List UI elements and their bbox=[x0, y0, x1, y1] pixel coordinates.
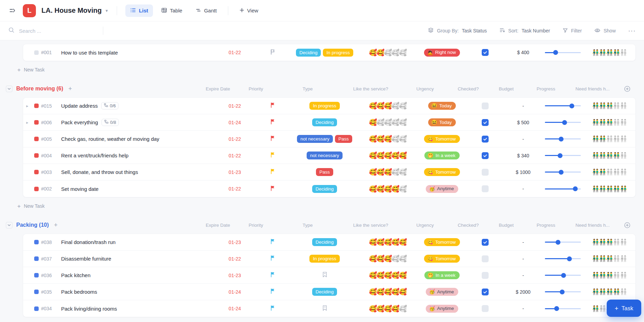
task-title[interactable]: Pack kitchen bbox=[61, 272, 216, 278]
task-title[interactable]: How to use this template bbox=[61, 50, 216, 56]
expire-date[interactable]: 01-22 bbox=[216, 256, 254, 262]
friends-rating[interactable]: 👬👬👬👬👬 bbox=[584, 169, 635, 175]
checkbox[interactable] bbox=[482, 272, 489, 279]
slider-knob[interactable] bbox=[567, 256, 572, 261]
priority-cell[interactable] bbox=[254, 272, 292, 279]
progress-slider[interactable] bbox=[545, 50, 581, 55]
checkbox[interactable] bbox=[482, 289, 489, 295]
type-badge[interactable]: Deciding bbox=[312, 288, 337, 296]
group-add-icon[interactable]: + bbox=[68, 86, 72, 92]
tab-list[interactable]: List bbox=[125, 4, 153, 17]
expire-date[interactable]: 01-24 bbox=[216, 289, 254, 295]
priority-cell[interactable] bbox=[254, 255, 292, 262]
type-cell[interactable]: DecidingIn progress bbox=[292, 49, 357, 57]
urgency-badge[interactable]: 🥳Anytime bbox=[426, 305, 458, 313]
checked-cell[interactable] bbox=[466, 169, 504, 176]
type-badge[interactable]: In progress bbox=[309, 102, 340, 110]
task-row[interactable]: #004Rent a vent/truck/friends help01-22n… bbox=[23, 147, 635, 164]
type-badge[interactable]: Pass bbox=[316, 168, 333, 176]
progress-cell[interactable] bbox=[542, 256, 584, 261]
friends-rating[interactable]: 👬👬👬👬👬 bbox=[584, 153, 635, 158]
sidebar-expand-icon[interactable] bbox=[6, 5, 18, 17]
checked-cell[interactable] bbox=[466, 49, 504, 56]
priority-cell[interactable] bbox=[254, 49, 292, 56]
budget-value[interactable]: - bbox=[504, 306, 542, 311]
friends-rating[interactable]: 👬👬👬👬👬 bbox=[584, 256, 635, 262]
checkbox[interactable] bbox=[482, 185, 489, 192]
urgency-badge[interactable]: 🥳Anytime bbox=[426, 288, 458, 296]
slider-knob[interactable] bbox=[554, 306, 559, 311]
urgency-badge[interactable]: 😋Tomorrow bbox=[424, 255, 460, 263]
progress-slider[interactable] bbox=[545, 256, 581, 261]
expand-caret-icon[interactable]: ▸ bbox=[23, 120, 31, 125]
budget-value[interactable]: - bbox=[504, 256, 542, 262]
expire-date[interactable]: 01-24 bbox=[216, 306, 254, 311]
friends-rating[interactable]: 👬👬👬👬👬 bbox=[584, 272, 635, 278]
task-title[interactable]: Check gas, routine, weather of moving da… bbox=[61, 136, 216, 142]
add-column-button[interactable] bbox=[618, 222, 636, 228]
group-collapse-button[interactable] bbox=[6, 222, 12, 228]
slider-knob[interactable] bbox=[569, 104, 574, 108]
type-badge[interactable]: Deciding bbox=[312, 118, 337, 126]
urgency-cell[interactable]: 😆Today bbox=[418, 118, 466, 126]
expand-caret-icon[interactable]: ▸ bbox=[23, 104, 31, 108]
type-cell[interactable]: not necessary bbox=[292, 152, 357, 159]
urgency-badge[interactable]: 🥳Anytime bbox=[426, 185, 458, 193]
service-rating[interactable]: 🥰🥰🥰🥰🥰 bbox=[357, 186, 418, 192]
friends-rating[interactable]: 👬👬👬👬👬 bbox=[584, 119, 635, 125]
type-badge[interactable]: Deciding bbox=[296, 49, 321, 57]
checkbox[interactable] bbox=[482, 255, 489, 262]
slider-knob[interactable] bbox=[573, 186, 578, 191]
checkbox[interactable] bbox=[482, 119, 489, 126]
service-rating[interactable]: 🥰🥰🥰🥰🥰 bbox=[357, 289, 418, 295]
task-row[interactable]: ▸#006Pack everything0/801-24Deciding🥰🥰🥰🥰… bbox=[23, 114, 635, 131]
budget-value[interactable]: $ 400 bbox=[504, 50, 542, 55]
priority-cell[interactable] bbox=[254, 288, 292, 295]
task-title[interactable]: Update address0/6 bbox=[61, 102, 216, 109]
task-title[interactable]: Pack bedrooms bbox=[61, 289, 216, 295]
urgency-cell[interactable]: 🤭In a week bbox=[418, 271, 466, 279]
type-cell[interactable]: Deciding bbox=[292, 118, 357, 126]
progress-slider[interactable] bbox=[545, 170, 581, 175]
type-badge[interactable]: In progress bbox=[323, 49, 353, 57]
type-badge[interactable]: Deciding bbox=[312, 238, 337, 246]
service-rating[interactable]: 🥰🥰🥰🥰🥰 bbox=[357, 272, 418, 279]
type-cell[interactable]: not necessaryPass bbox=[292, 135, 357, 143]
priority-cell[interactable] bbox=[254, 238, 292, 246]
task-title[interactable]: Pack living/dining rooms bbox=[61, 306, 216, 312]
type-cell[interactable]: In progress bbox=[292, 255, 357, 263]
group-collapse-button[interactable] bbox=[6, 86, 12, 92]
task-row[interactable]: #037Disassemble furniture01-22In progres… bbox=[23, 251, 635, 267]
subtask-count-badge[interactable]: 0/8 bbox=[102, 119, 119, 126]
task-status-cell[interactable] bbox=[31, 137, 41, 141]
friends-rating[interactable]: 👬👬👬👬👬 bbox=[584, 136, 635, 142]
type-cell[interactable]: Deciding bbox=[292, 185, 357, 193]
more-options-button[interactable]: ··· bbox=[628, 27, 636, 35]
task-row[interactable]: #001How to use this template01-22Decidin… bbox=[23, 44, 635, 61]
title-dropdown-icon[interactable]: ▼ bbox=[105, 9, 108, 13]
slider-knob[interactable] bbox=[562, 120, 567, 125]
priority-cell[interactable] bbox=[254, 305, 292, 312]
task-status-cell[interactable] bbox=[31, 120, 41, 125]
show-control[interactable]: Show bbox=[594, 27, 616, 35]
group-by-control[interactable]: Group By: Task Status bbox=[428, 27, 487, 34]
new-task-button[interactable]: +New Task bbox=[17, 320, 636, 322]
type-badge[interactable]: Pass bbox=[335, 135, 352, 143]
priority-cell[interactable] bbox=[254, 185, 292, 193]
budget-value[interactable]: - bbox=[504, 240, 542, 245]
progress-cell[interactable] bbox=[542, 137, 584, 142]
task-status-cell[interactable] bbox=[31, 256, 41, 261]
task-status-cell[interactable] bbox=[31, 290, 41, 294]
checked-cell[interactable] bbox=[466, 305, 504, 312]
friends-rating[interactable]: 👬👬👬👬👬 bbox=[584, 50, 635, 56]
type-cell[interactable] bbox=[292, 272, 357, 279]
urgency-cell[interactable]: 🙇Right now bbox=[418, 49, 466, 57]
task-status-cell[interactable] bbox=[31, 170, 41, 174]
progress-cell[interactable] bbox=[542, 153, 584, 158]
add-view-button[interactable]: View bbox=[234, 5, 263, 17]
type-badge[interactable]: not necessary bbox=[307, 152, 343, 159]
priority-cell[interactable] bbox=[254, 152, 292, 159]
slider-knob[interactable] bbox=[553, 50, 558, 55]
expire-date[interactable]: 01-24 bbox=[216, 120, 254, 125]
type-cell[interactable] bbox=[292, 305, 357, 312]
